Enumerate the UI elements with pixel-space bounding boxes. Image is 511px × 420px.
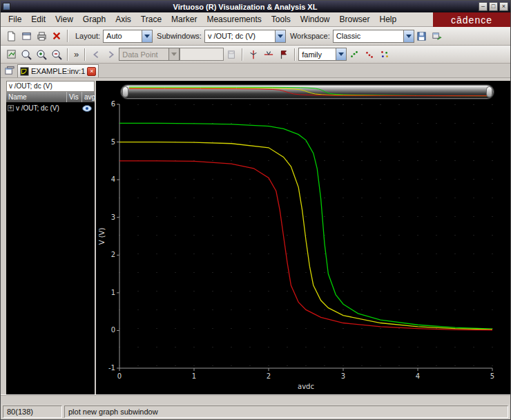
trace-panel-header: v /OUT; dc (V) xyxy=(6,81,95,92)
zoom-out-icon[interactable] xyxy=(49,47,64,62)
separator xyxy=(84,48,86,61)
scatter-green-icon[interactable] xyxy=(347,47,362,62)
column-avg[interactable]: avg xyxy=(82,92,95,102)
svg-text:1: 1 xyxy=(111,289,115,296)
separator xyxy=(67,48,68,61)
menu-axis[interactable]: Axis xyxy=(110,13,136,26)
svg-text:4: 4 xyxy=(111,175,115,183)
svg-text:1: 1 xyxy=(192,372,196,380)
subwindow-stack-icon[interactable] xyxy=(3,65,15,77)
separator xyxy=(242,48,243,61)
window-title: Virtuoso (R) Visualization & Analysis XL xyxy=(13,3,477,11)
layout-select[interactable]: Auto xyxy=(103,30,153,43)
menu-view[interactable]: View xyxy=(50,13,78,26)
menu-graph[interactable]: Graph xyxy=(78,13,110,26)
scroll-right-handle[interactable] xyxy=(486,86,492,97)
previous-point-icon[interactable] xyxy=(88,47,104,62)
chevron-down-icon[interactable] xyxy=(275,30,285,42)
menu-bar: File Edit View Graph Axis Trace Marker M… xyxy=(1,12,510,27)
trace-panel: v /OUT; dc (V) Name Vis avg + v /OUT; dc… xyxy=(6,81,95,394)
menu-tools[interactable]: Tools xyxy=(267,13,296,26)
dc-sweep-chart[interactable]: -10123456012345V (V)avdc xyxy=(96,81,509,394)
trace-row[interactable]: + v /OUT; dc (V) xyxy=(6,102,95,114)
toolbar-overflow-chevron[interactable]: » xyxy=(71,49,81,59)
tab-bar: EXAMPLE:inv:1 × xyxy=(1,64,510,78)
open-graph-icon[interactable] xyxy=(19,28,34,44)
family-select[interactable]: family xyxy=(298,48,347,61)
save-workspace-icon[interactable] xyxy=(414,28,430,44)
svg-text:0: 0 xyxy=(111,326,115,334)
trace-list: + v /OUT; dc (V) xyxy=(6,102,95,394)
zoom-in-icon[interactable] xyxy=(34,47,49,62)
separator xyxy=(294,48,296,61)
cadence-logo: cādence xyxy=(433,12,510,27)
svg-text:2: 2 xyxy=(267,372,271,380)
layout-label: Layout: xyxy=(75,32,100,40)
scatter-red-icon[interactable] xyxy=(362,47,377,62)
menu-file[interactable]: File xyxy=(3,13,26,26)
maximize-icon[interactable]: □ xyxy=(489,2,498,11)
menu-measurements[interactable]: Measurements xyxy=(202,13,266,26)
app-icon xyxy=(3,3,10,10)
svg-text:5: 5 xyxy=(111,138,115,146)
svg-text:avdc: avdc xyxy=(298,383,314,390)
trace-name: v /OUT; dc (V) xyxy=(16,104,79,112)
subwindows-label: Subwindows: xyxy=(157,32,202,40)
tab-close-icon[interactable]: × xyxy=(87,67,96,76)
menu-help[interactable]: Help xyxy=(375,13,402,26)
svg-text:V (V): V (V) xyxy=(98,228,106,245)
separator xyxy=(67,30,68,42)
calculator-icon[interactable] xyxy=(224,47,239,62)
delete-icon[interactable] xyxy=(49,28,64,44)
flag-marker-icon[interactable] xyxy=(276,47,291,62)
trace-panel-columns: Name Vis avg xyxy=(6,92,95,102)
svg-text:3: 3 xyxy=(341,372,345,380)
datapoint-select[interactable]: Data Point xyxy=(119,48,180,61)
svg-text:-1: -1 xyxy=(108,364,115,372)
chevron-down-icon[interactable] xyxy=(142,30,152,42)
subwindows-select[interactable]: v /OUT; dc (V) xyxy=(204,30,286,43)
chevron-down-icon[interactable] xyxy=(336,48,346,60)
column-name[interactable]: Name xyxy=(6,92,67,102)
overview-scrollbar[interactable] xyxy=(121,85,494,99)
svg-text:4: 4 xyxy=(416,372,420,380)
svg-text:6: 6 xyxy=(111,100,115,108)
visibility-eye-icon[interactable] xyxy=(79,105,95,112)
status-count: 80(138) xyxy=(3,405,62,418)
scatter-multi-icon[interactable] xyxy=(377,47,392,62)
title-bar: Virtuoso (R) Visualization & Analysis XL… xyxy=(1,1,510,12)
point-value-input[interactable] xyxy=(180,48,224,61)
menu-trace[interactable]: Trace xyxy=(136,13,166,26)
tab-example-inv-1[interactable]: EXAMPLE:inv:1 × xyxy=(17,64,99,77)
svg-text:5: 5 xyxy=(490,372,494,380)
main-area: v /OUT; dc (V) Name Vis avg + v /OUT; dc… xyxy=(1,78,510,394)
minimize-icon[interactable]: – xyxy=(479,2,488,11)
menu-window[interactable]: Window xyxy=(296,13,335,26)
fit-view-icon[interactable] xyxy=(3,47,19,62)
vertical-marker-icon[interactable] xyxy=(246,47,261,62)
zoom-fit-icon[interactable] xyxy=(19,47,34,62)
horizontal-marker-icon[interactable] xyxy=(261,47,276,62)
horizontal-scroll-area[interactable] xyxy=(1,394,510,404)
menu-edit[interactable]: Edit xyxy=(26,13,50,26)
svg-text:3: 3 xyxy=(111,213,115,221)
plot-area[interactable]: -10123456012345V (V)avdc xyxy=(96,81,510,394)
overview-mini-traces xyxy=(129,86,487,97)
workspace-select[interactable]: Classic xyxy=(333,30,414,43)
status-bar: 80(138) plot new graph subwindow xyxy=(1,404,510,419)
chevron-down-icon[interactable] xyxy=(168,48,179,60)
menu-marker[interactable]: Marker xyxy=(166,13,202,26)
graph-icon xyxy=(20,67,29,76)
expander-icon[interactable]: + xyxy=(8,105,14,111)
menu-browser[interactable]: Browser xyxy=(335,13,375,26)
chevron-down-icon[interactable] xyxy=(403,30,414,42)
svg-text:0: 0 xyxy=(117,372,122,380)
app-window: Virtuoso (R) Visualization & Analysis XL… xyxy=(0,0,511,420)
column-vis[interactable]: Vis xyxy=(67,92,82,102)
scroll-left-handle[interactable] xyxy=(122,86,128,97)
print-icon[interactable] xyxy=(34,28,49,44)
manage-workspace-icon[interactable] xyxy=(430,28,445,44)
new-graph-icon[interactable] xyxy=(3,28,19,44)
next-point-icon[interactable] xyxy=(104,47,119,62)
close-icon[interactable]: × xyxy=(499,2,508,11)
